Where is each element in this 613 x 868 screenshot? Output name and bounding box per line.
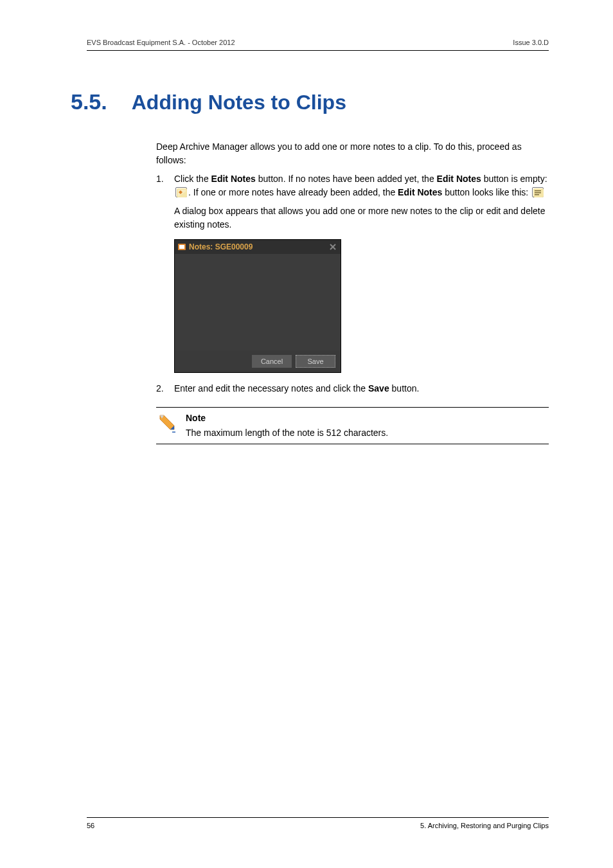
step1-mid3: . If one or more notes have already been… xyxy=(188,187,398,197)
svg-rect-6 xyxy=(179,245,184,249)
header-right: Issue 3.0.D xyxy=(513,39,549,46)
step2-pre: Enter and edit the necessary notes and c… xyxy=(174,383,368,393)
step2-post: button. xyxy=(389,383,420,393)
section-number: 5.5. xyxy=(71,89,107,114)
dialog-footer: Cancel Save xyxy=(175,350,341,372)
step-2: Enter and edit the necessary notes and c… xyxy=(156,382,549,395)
note-title: Note xyxy=(186,411,388,425)
step-1: Click the Edit Notes button. If no notes… xyxy=(156,172,549,373)
step1-after: A dialog box appears that allows you add… xyxy=(174,204,549,231)
step2-bold1: Save xyxy=(368,383,389,393)
step1-bold3: Edit Notes xyxy=(398,187,442,197)
svg-rect-4 xyxy=(535,194,539,195)
pencil-icon xyxy=(156,413,178,435)
dialog-titlebar: Notes: SGE00009 xyxy=(175,240,341,254)
step1-bold2: Edit Notes xyxy=(437,174,481,184)
step1-mid4: button looks like this: xyxy=(442,187,531,197)
dialog-title-icon xyxy=(177,242,186,251)
page-number: 56 xyxy=(87,822,94,829)
save-button[interactable]: Save xyxy=(296,355,335,368)
step1-mid2: button is empty: xyxy=(481,174,547,184)
note-text: Note The maximum length of the note is 5… xyxy=(186,411,388,440)
section-title: Adding Notes to Clips xyxy=(132,91,346,114)
edit-notes-empty-icon xyxy=(175,187,187,197)
svg-rect-2 xyxy=(535,190,541,192)
note-box: Note The maximum length of the note is 5… xyxy=(156,407,549,444)
page-header: EVS Broadcast Equipment S.A. - October 2… xyxy=(87,39,549,51)
chapter-label: 5. Archiving, Restoring and Purging Clip… xyxy=(420,822,549,829)
edit-notes-filled-icon xyxy=(532,187,544,197)
header-left: EVS Broadcast Equipment S.A. - October 2… xyxy=(87,39,235,46)
cancel-button[interactable]: Cancel xyxy=(252,355,292,368)
step1-bold1: Edit Notes xyxy=(211,174,256,184)
note-body: The maximum length of the note is 512 ch… xyxy=(186,428,388,438)
notes-dialog: Notes: SGE00009 Cancel Save xyxy=(174,239,341,373)
dialog-body[interactable] xyxy=(175,254,341,350)
svg-rect-3 xyxy=(535,192,541,194)
body-content: Deep Archive Manager allows you to add o… xyxy=(156,140,549,444)
step1-mid1: button. If no notes have been added yet,… xyxy=(256,174,437,184)
close-icon[interactable] xyxy=(328,242,338,252)
intro-paragraph: Deep Archive Manager allows you to add o… xyxy=(156,140,549,167)
step1-text-pre: Click the xyxy=(174,174,211,184)
dialog-title-text: Notes: SGE00009 xyxy=(189,241,253,253)
page-footer: 56 5. Archiving, Restoring and Purging C… xyxy=(87,817,549,829)
section-heading: 5.5. Adding Notes to Clips xyxy=(71,89,549,114)
